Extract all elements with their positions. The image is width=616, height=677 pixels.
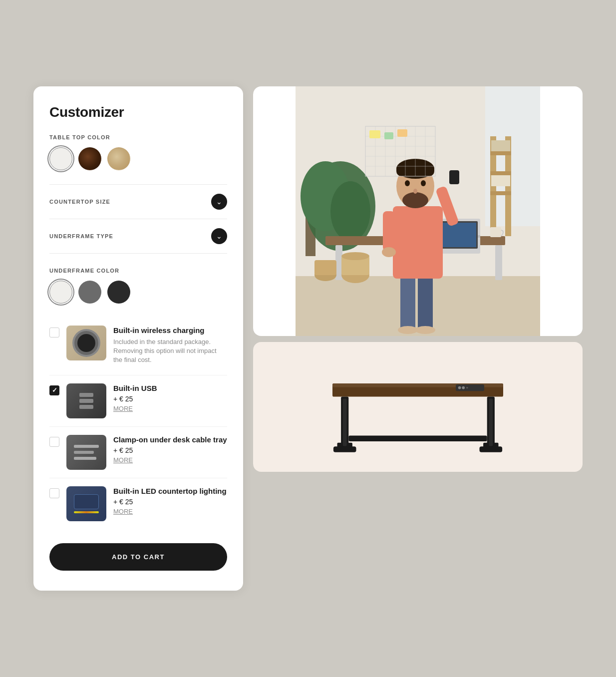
svg-rect-76: [343, 398, 347, 446]
swatch-oak[interactable]: [107, 147, 130, 170]
svg-point-33: [382, 247, 396, 257]
addon-wireless-charging-info: Built-in wireless charging Included in t…: [113, 326, 227, 366]
svg-rect-27: [400, 276, 415, 331]
svg-rect-32: [383, 211, 395, 251]
svg-rect-77: [489, 398, 493, 446]
addon-led-lighting-info: Built-in LED countertop lighting + € 25 …: [113, 486, 227, 516]
addon-usb-image: [66, 383, 106, 418]
addon-cable-tray-info: Clamp-on under desk cable tray + € 25 MO…: [113, 435, 227, 464]
cable-graphic-3: [74, 457, 96, 460]
led-lighting-graphic: [74, 494, 99, 513]
svg-rect-28: [418, 276, 433, 331]
underframe-type-label: UNDERFRAME TYPE: [49, 233, 113, 239]
addon-led-lighting-more-link[interactable]: MORE: [113, 508, 227, 515]
addon-led-lighting-price: + € 25: [113, 498, 227, 506]
addon-usb-more-link[interactable]: MORE: [113, 405, 227, 412]
usb-port-1: [79, 393, 93, 397]
addon-wireless-charging: Built-in wireless charging Included in t…: [49, 318, 227, 375]
svg-rect-36: [449, 170, 459, 184]
usb-ports-graphic: [79, 393, 93, 409]
underframe-color-section: UNDERFRAME COLOR: [49, 268, 227, 304]
svg-rect-71: [333, 446, 356, 452]
addon-wireless-charging-desc: Included in the standard package. Removi…: [113, 338, 227, 365]
svg-point-14: [330, 181, 370, 241]
page-wrapper: Customizer TABLE TOP COLOR COUNTERTOP SI…: [33, 86, 583, 590]
svg-rect-62: [314, 260, 336, 275]
svg-point-60: [341, 252, 369, 260]
countertop-size-chevron-icon: ⌄: [211, 194, 227, 210]
addon-usb-checkbox[interactable]: [49, 385, 59, 395]
underframe-type-chevron-icon: ⌄: [211, 228, 227, 244]
wireless-charger-graphic: [77, 334, 95, 352]
panel-title: Customizer: [49, 104, 227, 120]
swatch-walnut[interactable]: [78, 147, 101, 170]
preview-person-image: [253, 86, 583, 336]
addon-wireless-charging-name: Built-in wireless charging: [113, 326, 227, 336]
svg-rect-8: [490, 191, 511, 195]
led-screen: [74, 494, 99, 509]
underframe-color-label: UNDERFRAME COLOR: [49, 268, 227, 274]
person-scene-svg: [253, 86, 583, 336]
svg-rect-16: [335, 245, 342, 280]
addon-usb-price: + € 25: [113, 395, 227, 403]
addon-cable-tray-name: Clamp-on under desk cable tray: [113, 435, 227, 445]
svg-rect-57: [397, 129, 407, 137]
countertop-size-label: COUNTERTOP SIZE: [49, 199, 110, 205]
svg-rect-9: [491, 140, 510, 151]
svg-point-40: [421, 180, 426, 186]
svg-point-39: [405, 180, 410, 186]
svg-point-67: [462, 386, 465, 389]
customizer-panel: Customizer TABLE TOP COLOR COUNTERTOP SI…: [33, 86, 243, 590]
svg-point-29: [398, 326, 418, 334]
cable-graphic-2: [74, 451, 94, 454]
addon-usb-info: Built-in USB + € 25 MORE: [113, 383, 227, 413]
addon-led-lighting-image: [66, 486, 106, 521]
countertop-size-dropdown[interactable]: COUNTERTOP SIZE ⌄: [49, 184, 227, 219]
addon-cable-tray-more-link[interactable]: MORE: [113, 456, 227, 464]
svg-rect-75: [348, 435, 487, 441]
desk-product-svg: [323, 355, 513, 459]
table-top-swatches: [49, 147, 227, 170]
addon-usb-name: Built-in USB: [113, 383, 227, 393]
swatch-light-gray[interactable]: [49, 281, 72, 304]
cable-graphic-1: [74, 445, 99, 448]
svg-rect-7: [490, 171, 511, 175]
addon-cable-tray: Clamp-on under desk cable tray + € 25 MO…: [49, 427, 227, 478]
underframe-type-dropdown[interactable]: UNDERFRAME TYPE ⌄: [49, 219, 227, 254]
swatch-dark[interactable]: [107, 281, 130, 304]
svg-point-68: [466, 387, 468, 389]
addon-usb: Built-in USB + € 25 MORE: [49, 375, 227, 427]
addon-led-lighting-name: Built-in LED countertop lighting: [113, 486, 227, 496]
svg-rect-22: [490, 227, 501, 237]
svg-point-41: [413, 189, 417, 194]
swatch-mid-gray[interactable]: [78, 281, 101, 304]
svg-rect-56: [384, 132, 393, 139]
addon-led-lighting-checkbox[interactable]: [49, 488, 59, 498]
addon-led-lighting: Built-in LED countertop lighting + € 25 …: [49, 478, 227, 529]
svg-rect-74: [480, 446, 503, 452]
svg-rect-55: [369, 130, 380, 138]
cable-tray-graphic: [74, 445, 99, 460]
svg-rect-10: [491, 175, 510, 186]
usb-port-2: [79, 399, 93, 403]
add-to-cart-button[interactable]: ADD TO CART: [49, 543, 227, 571]
svg-rect-31: [393, 206, 443, 279]
svg-point-66: [458, 386, 461, 389]
swatch-white[interactable]: [49, 147, 72, 170]
preview-desk-render: [253, 342, 583, 472]
underframe-swatches: [49, 281, 227, 304]
svg-rect-6: [490, 151, 511, 155]
table-top-color-label: TABLE TOP COLOR: [49, 134, 227, 140]
addon-cable-tray-checkbox[interactable]: [49, 437, 59, 447]
svg-rect-17: [495, 245, 502, 280]
led-strip: [74, 511, 99, 513]
addons-list: Built-in wireless charging Included in t…: [49, 318, 227, 529]
table-top-color-section: TABLE TOP COLOR: [49, 134, 227, 170]
svg-point-30: [415, 326, 435, 334]
addon-wireless-charging-image: [66, 326, 106, 360]
addon-cable-tray-price: + € 25: [113, 446, 227, 454]
addon-cable-tray-image: [66, 435, 106, 470]
addon-wireless-charging-checkbox[interactable]: [49, 328, 59, 338]
svg-point-38: [402, 192, 428, 208]
preview-panel: [253, 86, 583, 472]
